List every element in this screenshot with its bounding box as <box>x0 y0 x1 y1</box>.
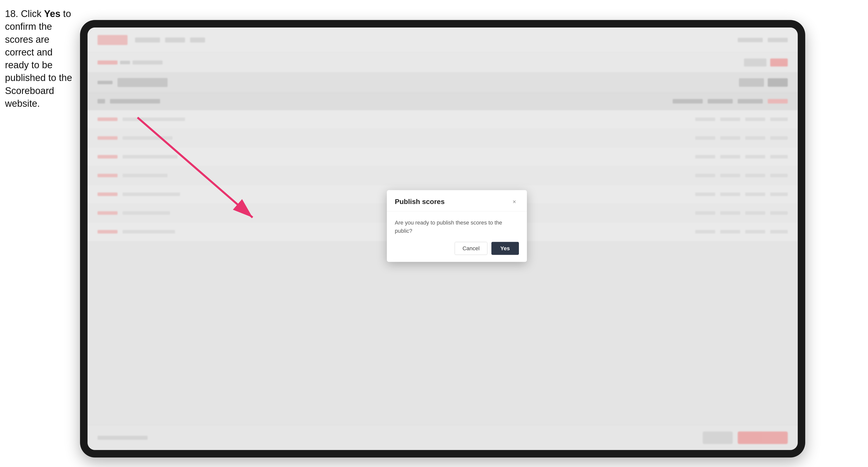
tablet-frame: Publish scores × Are you ready to publis… <box>80 20 805 458</box>
instruction-text: 18. Click Yes to confirm the scores are … <box>5 7 75 110</box>
instruction-arrow <box>88 28 798 450</box>
svg-line-1 <box>137 118 253 218</box>
step-number: 18. <box>5 8 18 19</box>
tablet-screen: Publish scores × Are you ready to publis… <box>88 28 798 450</box>
yes-emphasis: Yes <box>44 8 61 19</box>
